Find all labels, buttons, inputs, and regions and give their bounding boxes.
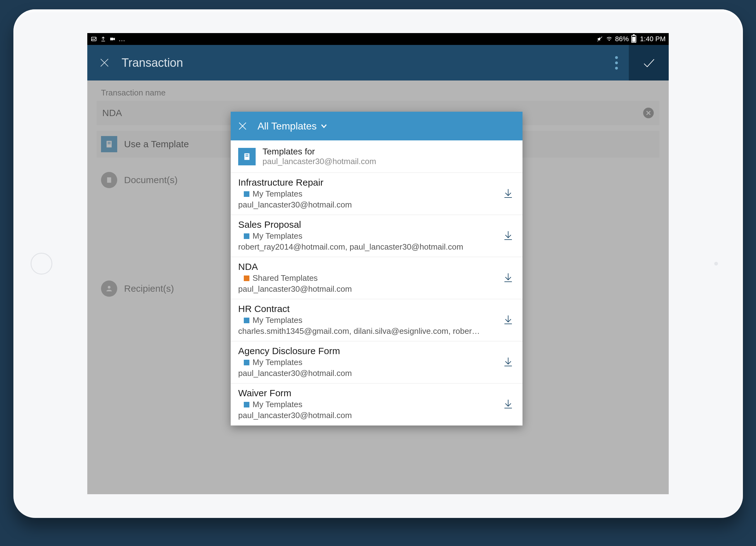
template-category-row: Shared Templates [244, 273, 515, 283]
overflow-menu-button[interactable] [604, 45, 629, 80]
template-name: Infrastructure Repair [238, 177, 515, 188]
template-category: My Templates [253, 316, 302, 325]
template-name: Sales Proposal [238, 219, 515, 230]
wifi-icon [606, 36, 613, 42]
svg-marker-3 [113, 38, 115, 40]
download-button[interactable] [503, 314, 514, 326]
download-button[interactable] [503, 230, 514, 242]
template-emails: charles.smith1345@gmail.com, dilani.silv… [238, 326, 481, 336]
templates-for-label: Templates for [262, 147, 376, 157]
battery-percent: 86% [615, 35, 629, 43]
templates-for-header: Templates for paul_lancaster30@hotmail.c… [231, 140, 522, 173]
tablet-sensor [714, 262, 718, 265]
template-category: My Templates [253, 231, 302, 241]
svg-rect-19 [245, 156, 248, 156]
template-emails: paul_lancaster30@hotmail.com [238, 200, 481, 210]
download-button[interactable] [503, 356, 514, 368]
templates-for-icon [238, 148, 256, 165]
category-color-icon [244, 233, 249, 239]
template-category: Shared Templates [253, 273, 318, 283]
video-icon [109, 36, 116, 42]
svg-rect-18 [245, 154, 248, 155]
template-item[interactable]: Sales ProposalMy Templatesrobert_ray2014… [231, 215, 522, 257]
templates-list: Infrastructure RepairMy Templatespaul_la… [231, 173, 522, 426]
category-color-icon [244, 402, 249, 408]
popup-header: All Templates [231, 112, 522, 140]
template-emails: robert_ray2014@hotmail.com, paul_lancast… [238, 242, 481, 252]
template-category: My Templates [253, 189, 302, 199]
template-category-row: My Templates [244, 316, 515, 325]
category-color-icon [244, 191, 249, 197]
template-category: My Templates [253, 358, 302, 367]
svg-rect-0 [92, 37, 96, 41]
clock-time: 1:40 PM [640, 35, 666, 43]
template-name: Agency Disclosure Form [238, 346, 515, 356]
template-emails: paul_lancaster30@hotmail.com [238, 284, 481, 294]
template-category-row: My Templates [244, 189, 515, 199]
app-header: Transaction [87, 45, 669, 80]
popup-title-dropdown[interactable]: All Templates [258, 120, 328, 132]
popup-close-button[interactable] [236, 120, 249, 132]
template-item[interactable]: Waiver FormMy Templatespaul_lancaster30@… [231, 384, 522, 426]
template-item[interactable]: Agency Disclosure FormMy Templatespaul_l… [231, 341, 522, 384]
mute-icon [596, 36, 603, 42]
upload-icon [100, 36, 107, 42]
category-color-icon [244, 318, 249, 323]
battery-icon [631, 35, 636, 43]
tablet-home-button[interactable] [31, 253, 52, 275]
svg-rect-2 [110, 38, 113, 40]
more-icon: … [118, 35, 126, 43]
download-button[interactable] [503, 272, 514, 284]
template-category-row: My Templates [244, 400, 515, 409]
template-item[interactable]: NDAShared Templatespaul_lancaster30@hotm… [231, 257, 522, 299]
popup-title-text: All Templates [258, 120, 317, 132]
screen: … 86% 1:40 PM Transaction [87, 33, 669, 494]
templates-popup: All Templates Templates for paul_lancast… [231, 112, 522, 426]
chevron-down-icon [320, 122, 328, 130]
category-color-icon [244, 360, 249, 365]
tablet-frame: … 86% 1:40 PM Transaction [13, 9, 743, 518]
close-button[interactable] [87, 45, 122, 80]
template-emails: paul_lancaster30@hotmail.com [238, 411, 481, 420]
template-category-row: My Templates [244, 231, 515, 241]
download-button[interactable] [503, 188, 514, 200]
category-color-icon [244, 276, 249, 281]
android-status-bar: … 86% 1:40 PM [87, 33, 669, 45]
template-name: NDA [238, 261, 515, 272]
template-name: Waiver Form [238, 388, 515, 399]
template-name: HR Contract [238, 304, 515, 314]
template-item[interactable]: HR ContractMy Templatescharles.smith1345… [231, 299, 522, 341]
image-icon [90, 36, 97, 42]
confirm-button[interactable] [629, 45, 669, 80]
template-item[interactable]: Infrastructure RepairMy Templatespaul_la… [231, 173, 522, 215]
template-category: My Templates [253, 400, 302, 409]
page-title: Transaction [122, 56, 183, 70]
download-button[interactable] [503, 399, 514, 410]
svg-point-5 [609, 40, 609, 41]
template-category-row: My Templates [244, 358, 515, 367]
templates-for-email: paul_lancaster30@hotmail.com [262, 157, 376, 166]
template-emails: paul_lancaster30@hotmail.com [238, 369, 481, 378]
